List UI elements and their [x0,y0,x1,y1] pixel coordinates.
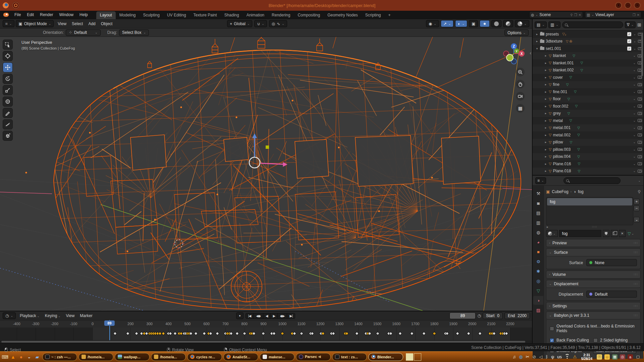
transport-button[interactable]: ◀ [263,313,271,318]
tool-scale[interactable] [3,85,13,95]
expand-arrow-icon[interactable]: ▸ [544,126,547,129]
remove-slot-button[interactable]: − [634,205,640,211]
hide-viewport-icon[interactable]: ⌄ [633,105,636,108]
hide-viewport-icon[interactable]: ⌄ [633,68,636,72]
outliner-row[interactable]: ▸ ▽ Plane.018 ▽ ⌄ [533,168,643,175]
keyframe-diamond[interactable] [376,331,379,335]
tool-transform[interactable] [3,97,13,107]
breadcrumb-data[interactable]: fog [578,189,584,194]
snap-toggle[interactable]: ∪⌄ [254,20,267,27]
hide-viewport-icon[interactable]: ⌄ [633,40,636,43]
outliner-item-name[interactable]: set1.001 [546,46,561,51]
outliner-item-name[interactable]: blanket.001 [553,61,574,65]
outliner-row[interactable]: ▸ ▽ floor ▽ ⌄ [533,96,643,103]
workspace-tab[interactable]: Shading [221,11,243,19]
tool-measure[interactable] [3,119,13,129]
tool-select-box[interactable] [3,40,13,50]
use-preview-range-icon[interactable]: ◷ [477,313,481,318]
outliner-row[interactable]: ▸ ▽ presets ▽₂ ▽ ✓ ⌄ [533,31,643,38]
outliner-row[interactable]: ▸ ▽ 3dtexture ▽ ✇ ▽ ✓ ⌄ [533,38,643,45]
shading-material-button[interactable] [503,20,513,27]
taskbar-window-button[interactable]: ~ : zsh —... [42,353,77,361]
tray-app-icon[interactable]: ▢ [635,354,641,360]
outliner-sync-button[interactable]: ▥⌄ [548,21,560,28]
viewport-menu-item[interactable]: View [55,20,69,27]
outliner-row[interactable]: ▸ ▽ blanket.001 ▽ ⌄ [533,59,643,67]
workspace-tab[interactable]: Rendering [268,11,294,19]
expand-arrow-icon[interactable]: ▸ [544,68,547,72]
outliner-item-name[interactable]: 3dtexture [546,39,562,44]
disable-render-icon[interactable] [638,126,642,129]
panel-volume[interactable]: ›Volume∷∷ [546,270,641,279]
timeline-menu-item[interactable]: View [63,312,77,319]
menu-item[interactable]: Render [37,11,56,18]
delete-viewlayer-icon[interactable]: ✕ [637,13,640,17]
material-slot-selected[interactable]: fog [547,198,632,205]
workspace-2[interactable] [414,353,421,361]
disable-render-icon[interactable] [638,90,642,93]
properties-tab[interactable]: ◑ [533,296,543,305]
zoom-button[interactable] [516,68,525,76]
delete-scene-icon[interactable]: ✕ [579,13,581,17]
unpin-icon[interactable]: ⚲ [570,13,573,17]
shading-solid-button[interactable] [491,20,501,27]
plane-handle[interactable] [266,145,269,149]
outliner-item-name[interactable]: grey [553,111,560,116]
hide-viewport-icon[interactable]: ⌄ [633,90,636,94]
expand-arrow-icon[interactable]: ▸ [544,61,547,65]
hide-viewport-icon[interactable]: ⌄ [633,148,636,151]
expand-arrow-icon[interactable]: ▸ [544,90,547,94]
disable-render-icon[interactable] [638,83,642,86]
navigation-gizmo[interactable]: Z X Y [502,42,526,66]
two-sided-lighting-checkbox[interactable] [593,338,598,343]
overlays-toggle[interactable]: ◐⌄ [455,20,467,27]
overload-colors-checkbox[interactable] [550,326,554,331]
tray-icon[interactable]: ψ [551,354,554,359]
workspace-tab[interactable]: Geometry Nodes [324,11,362,19]
outliner-item-name[interactable]: pillow.003 [553,147,571,152]
launcher-icon[interactable]: ▰ [34,353,41,361]
mode-dropdown[interactable]: ▣ Object Mode⌄ [16,20,54,27]
expand-arrow-icon[interactable]: ▸ [544,119,547,122]
blender-menu-icon[interactable] [3,13,9,17]
expand-arrow-icon[interactable]: ▸ [544,155,547,158]
fake-user-button[interactable] [603,230,609,237]
outliner-row[interactable]: ▸ ▽ metal.002 ▽ ⌄ [533,131,643,139]
transport-button[interactable]: ▶| [287,313,294,318]
surface-value-button[interactable]: None [586,259,637,266]
pan-hand-button[interactable] [516,80,525,88]
panel-babylon[interactable]: ⌄Babylon.js ver 3.3.1∷∷ [546,311,641,319]
outliner-row[interactable]: ▸ ▽ blanket ▽ ⌄ [533,52,643,60]
current-frame-field[interactable]: 89 [449,312,476,319]
outliner-row[interactable]: ▸ ▽ pillow.004 ▽ ⌄ [533,153,643,161]
add-slot-button[interactable]: + [634,199,640,204]
duplicate-material-button[interactable] [611,230,618,237]
viewport-3d[interactable]: User Perspective (89) Scene Collection |… [0,37,532,311]
workspace-tab[interactable]: Layout [96,11,116,19]
hide-viewport-icon[interactable]: ⌄ [633,119,636,122]
transport-button[interactable]: |◀ [246,313,254,318]
expand-arrow-icon[interactable]: ▸ [544,148,547,151]
expand-arrow-icon[interactable]: ▸ [544,83,547,86]
viewlayer-selector[interactable]: ▥⌄ ViewLayer ❐ ✕ [585,11,641,18]
outliner-row[interactable]: ▸ ▽ fine ▽ ⌄ [533,81,643,88]
tray-app-icon[interactable]: ☺ [604,354,610,360]
properties-tab[interactable]: ✱ [533,267,543,276]
outliner-item-name[interactable]: fine.001 [553,89,567,94]
keyframe-diamond[interactable] [478,331,482,335]
grid-ortho-button[interactable]: ▦ [516,104,525,113]
viewport-menu-item[interactable]: Object [98,20,115,27]
taskbar-window-button[interactable]: /home/a... [151,353,186,361]
tool-cursor[interactable] [3,51,13,61]
expand-arrow-icon[interactable]: ▸ [544,169,547,173]
properties-tab[interactable]: ■ [533,247,543,256]
browse-material-button[interactable]: ⌄ [546,230,558,237]
disable-render-icon[interactable] [638,105,642,108]
outliner-row[interactable]: ▸ ▽ grey ▽ ⌄ [533,110,643,117]
disable-render-icon[interactable] [638,133,642,136]
displacement-value-button[interactable]: Default [586,291,637,298]
outliner-row[interactable]: ▸ ▽ fine.001 ▽ ⌄ [533,88,643,96]
tray-icon[interactable]: ⊘ [532,354,536,359]
timeline-menu-item[interactable]: Playback ⌄ [17,312,42,319]
keyframe-diamond[interactable] [202,331,206,335]
